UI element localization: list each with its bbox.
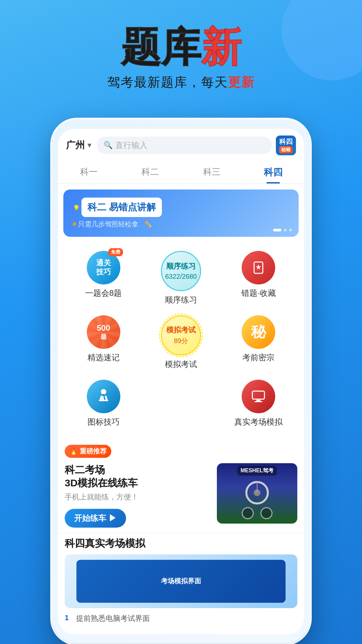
banner-content: 💡 科二 易错点讲解 只需几步驾照轻松拿 ✏️ bbox=[73, 198, 289, 229]
hero-section: 题库新 驾考最新题库，每天更新 bbox=[0, 0, 362, 104]
promo-banner[interactable]: 💡 科二 易错点讲解 只需几步驾照轻松拿 ✏️ bbox=[63, 190, 299, 237]
svg-point-2 bbox=[101, 389, 106, 394]
real-exam-label: 真实考场模拟 bbox=[234, 417, 283, 427]
secret-key-icon-text: 秘 bbox=[251, 322, 266, 342]
hero-title-red: 新 bbox=[201, 24, 241, 69]
banner-dot-1 bbox=[284, 229, 287, 231]
tab-ke4[interactable]: 科四 bbox=[243, 162, 304, 183]
mock-exam-title: 模拟考试 bbox=[166, 325, 196, 335]
feature-real-exam[interactable]: 真实考场模拟 bbox=[220, 376, 297, 434]
ke4-secret-badge[interactable]: 科四 秘籍 bbox=[276, 136, 296, 155]
feature-mock-exam[interactable]: 模拟考试 89分 模拟考试 bbox=[142, 312, 220, 376]
steering-wheel bbox=[245, 481, 269, 504]
rec2-image-inner: 考场模拟界面 bbox=[76, 560, 286, 603]
banner-title-box: 科二 易错点讲解 bbox=[81, 198, 162, 217]
gauge-left bbox=[242, 507, 254, 519]
mock-exam-label: 模拟考试 bbox=[165, 359, 197, 370]
speed-memory-label: 精选速记 bbox=[87, 352, 120, 363]
seatbelt-figure-icon bbox=[94, 387, 113, 406]
rec-subtitle: 手机上就能练，方便！ bbox=[65, 492, 210, 502]
svg-rect-6 bbox=[254, 401, 262, 402]
city-selector[interactable]: 广州 ▼ bbox=[66, 139, 93, 152]
grid-placeholder bbox=[142, 376, 220, 434]
tab-ke3[interactable]: 科三 bbox=[181, 162, 243, 183]
svg-marker-1 bbox=[256, 264, 261, 270]
banner-subtitle: 只需几步驾照轻松拿 ✏️ bbox=[73, 220, 289, 229]
search-placeholder: 直行输入 bbox=[115, 140, 147, 151]
banner-dot-active bbox=[273, 229, 281, 231]
ke4-label2: 秘籍 bbox=[279, 146, 293, 153]
real-exam-icon bbox=[242, 380, 275, 413]
sequential-title: 顺序练习 bbox=[166, 261, 196, 271]
banner-pencil-icon: ✏️ bbox=[143, 220, 152, 228]
technique-label: 图标技巧 bbox=[87, 417, 120, 427]
error-collect-icon bbox=[242, 251, 275, 284]
fire-icon: 🔥 bbox=[69, 447, 78, 455]
rec-image-brand: MESHEL驾考 bbox=[237, 466, 277, 476]
banner-dot-icon bbox=[73, 222, 76, 226]
hero-subtitle-red: 更新 bbox=[228, 75, 255, 89]
free-badge: 免费 bbox=[108, 248, 123, 256]
feature-technique[interactable]: 图标技巧 bbox=[65, 376, 142, 434]
speed-memory-icon: 500 题 bbox=[87, 315, 120, 349]
recommendation-badge: 🔥 重磅推荐 bbox=[65, 445, 111, 458]
hero-title-black: 题库 bbox=[121, 24, 201, 69]
phone-container: 广州 ▼ 🔍 直行输入 科四 秘籍 科一 科二 bbox=[50, 118, 312, 644]
hero-title: 题库新 bbox=[13, 27, 349, 67]
feature-tongguan[interactable]: 通关技巧 免费 一题会8题 bbox=[65, 248, 142, 312]
secret-key-icon: 秘 bbox=[242, 315, 275, 349]
start-practice-button[interactable]: 开始练车 ▶ bbox=[65, 509, 126, 528]
bookmark-star-icon bbox=[250, 259, 267, 276]
phone-screen: 广州 ▼ 🔍 直行输入 科四 秘籍 科一 科二 bbox=[58, 129, 304, 634]
steering-wheel-spoke bbox=[257, 481, 257, 493]
recommendation-section: 🔥 重磅推荐 科二考场 3D模拟在线练车 手机上就能练，方便！ 开始练车 ▶ bbox=[58, 439, 304, 533]
rec2-title: 科四真实考场模拟 bbox=[65, 537, 297, 550]
svg-rect-4 bbox=[252, 391, 264, 399]
sequential-circle: 顺序练习 6322/2680 bbox=[161, 251, 201, 291]
ke4-label1: 科四 bbox=[279, 138, 293, 146]
hero-subtitle-normal: 驾考最新题库，每天 bbox=[107, 75, 228, 89]
city-label: 广州 bbox=[66, 139, 85, 152]
recommendation-text: 科二考场 3D模拟在线练车 手机上就能练，方便！ 开始练车 ▶ bbox=[65, 463, 210, 528]
monitor-icon bbox=[249, 387, 268, 406]
svg-rect-5 bbox=[256, 400, 260, 401]
list-item: 1 提前熟悉电脑考试界面 bbox=[65, 611, 297, 626]
sequential-label: 顺序练习 bbox=[165, 294, 197, 305]
rec-image-bg: MESHEL驾考 bbox=[217, 463, 297, 524]
dashboard-instruments bbox=[242, 507, 273, 519]
rec-badge-text: 重磅推荐 bbox=[80, 447, 107, 456]
city-chevron-icon: ▼ bbox=[86, 142, 93, 149]
rec2-list: 1 提前熟悉电脑考试界面 bbox=[65, 608, 297, 629]
speed-memory-decoration bbox=[85, 314, 122, 350]
feature-speed-memory[interactable]: 500 题 精选速记 bbox=[65, 312, 142, 376]
error-collect-label: 错题·收藏 bbox=[241, 288, 276, 299]
banner-title-text: 科二 易错点讲解 bbox=[87, 202, 156, 212]
feature-error-collect[interactable]: 错题·收藏 bbox=[220, 248, 297, 312]
tongguan-icon-text: 通关技巧 bbox=[96, 259, 111, 276]
secret-key-label: 考前密宗 bbox=[242, 352, 275, 363]
search-bar[interactable]: 🔍 直行输入 bbox=[97, 137, 272, 154]
banner-icon: 💡 bbox=[73, 205, 80, 212]
tongguan-label: 一题会8题 bbox=[85, 288, 122, 299]
svg-rect-3 bbox=[99, 400, 108, 401]
phone-mockup: 广州 ▼ 🔍 直行输入 科四 秘籍 科一 科二 bbox=[50, 118, 312, 644]
feature-sequential[interactable]: 顺序练习 6322/2680 顺序练习 bbox=[142, 248, 220, 312]
gauge-right bbox=[260, 507, 273, 519]
features-grid: 通关技巧 免费 一题会8题 顺序练习 6322/2680 顺序练习 bbox=[58, 242, 304, 439]
list-text: 提前熟悉电脑考试界面 bbox=[76, 613, 150, 624]
search-icon: 🔍 bbox=[104, 141, 113, 150]
rec-title: 科二考场 3D模拟在线练车 bbox=[65, 463, 210, 489]
tab-ke2[interactable]: 科二 bbox=[120, 162, 181, 183]
tab-ke1[interactable]: 科一 bbox=[58, 162, 120, 183]
recommendation-content: 科二考场 3D模拟在线练车 手机上就能练，方便！ 开始练车 ▶ MESHEL驾考 bbox=[65, 463, 297, 528]
nav-tabs: 科一 科二 科三 科四 bbox=[58, 159, 304, 184]
hero-subtitle: 驾考最新题库，每天更新 bbox=[13, 74, 349, 91]
feature-secret-key[interactable]: 秘 考前密宗 bbox=[220, 312, 297, 376]
banner-dot-2 bbox=[289, 229, 292, 231]
app-header: 广州 ▼ 🔍 直行输入 科四 秘籍 bbox=[58, 129, 304, 159]
technique-icon bbox=[87, 380, 120, 413]
tongguan-icon: 通关技巧 免费 bbox=[87, 251, 120, 284]
rec-car-image: MESHEL驾考 bbox=[217, 463, 297, 524]
banner-indicator bbox=[273, 229, 292, 231]
rec2-section: 科四真实考场模拟 考场模拟界面 1 提前熟悉电脑考试界面 bbox=[58, 533, 304, 634]
